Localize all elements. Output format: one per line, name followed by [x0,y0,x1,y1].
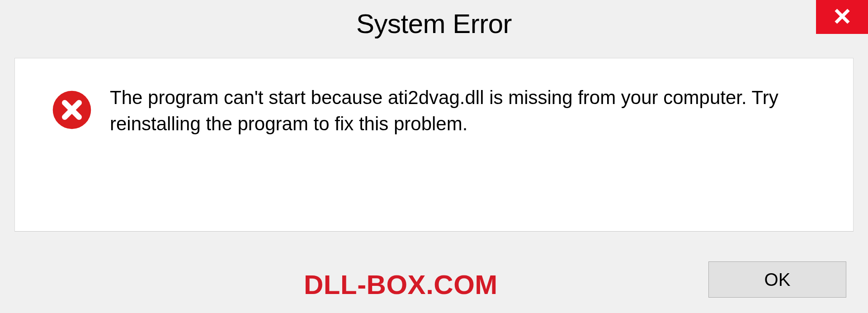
message-panel: The program can't start because ati2dvag… [14,58,854,232]
system-error-dialog: System Error The program can't start bec… [0,0,868,313]
ok-button[interactable]: OK [708,261,846,298]
close-button[interactable] [816,0,868,34]
error-icon [52,90,92,130]
close-icon [833,7,852,28]
titlebar: System Error [0,0,868,45]
dialog-title: System Error [356,8,512,39]
error-message: The program can't start because ati2dvag… [110,85,824,137]
watermark-text: DLL-BOX.COM [304,269,498,300]
